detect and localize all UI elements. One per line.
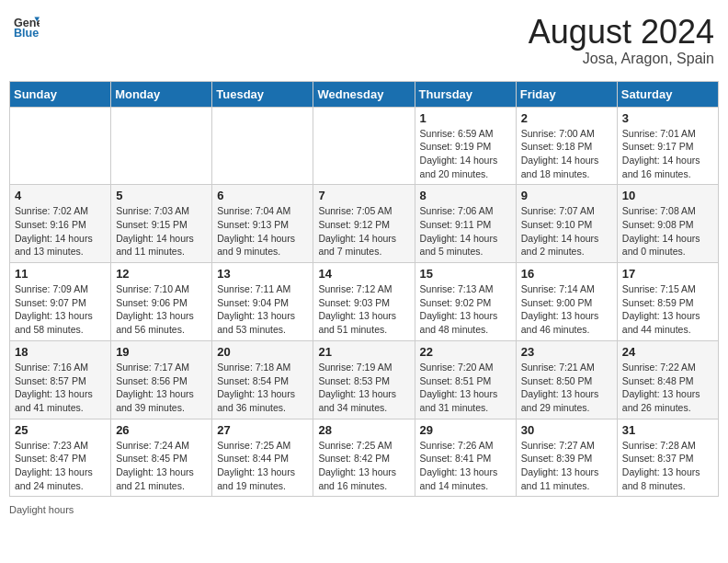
- calendar-week-row: 11Sunrise: 7:09 AMSunset: 9:07 PMDayligh…: [10, 263, 719, 341]
- calendar-day-cell: 20Sunrise: 7:18 AMSunset: 8:54 PMDayligh…: [212, 340, 313, 419]
- calendar-day-cell: 26Sunrise: 7:24 AMSunset: 8:45 PMDayligh…: [111, 419, 212, 497]
- calendar-day-cell: 19Sunrise: 7:17 AMSunset: 8:56 PMDayligh…: [111, 340, 212, 419]
- calendar-day-cell: 21Sunrise: 7:19 AMSunset: 8:53 PMDayligh…: [313, 340, 415, 419]
- calendar-day-cell: 12Sunrise: 7:10 AMSunset: 9:06 PMDayligh…: [111, 263, 212, 341]
- day-number: 4: [15, 189, 106, 202]
- day-info: Sunrise: 7:07 AMSunset: 9:10 PMDaylight:…: [521, 204, 612, 259]
- day-number: 7: [318, 189, 409, 202]
- day-info: Sunrise: 7:08 AMSunset: 9:08 PMDaylight:…: [622, 204, 713, 259]
- day-info: Sunrise: 7:14 AMSunset: 9:00 PMDaylight:…: [521, 282, 612, 337]
- day-info: Sunrise: 7:02 AMSunset: 9:16 PMDaylight:…: [15, 204, 106, 259]
- title-block: August 2024 Josa, Aragon, Spain: [529, 14, 714, 67]
- calendar-day-cell: 22Sunrise: 7:20 AMSunset: 8:51 PMDayligh…: [415, 340, 516, 419]
- day-info: Sunrise: 7:12 AMSunset: 9:03 PMDaylight:…: [318, 282, 409, 337]
- day-info: Sunrise: 7:13 AMSunset: 9:02 PMDaylight:…: [420, 282, 511, 337]
- day-info: Sunrise: 7:16 AMSunset: 8:57 PMDaylight:…: [15, 361, 106, 415]
- location: Josa, Aragon, Spain: [529, 51, 714, 67]
- calendar-day-cell: 17Sunrise: 7:15 AMSunset: 8:59 PMDayligh…: [617, 263, 718, 341]
- day-info: Sunrise: 6:59 AMSunset: 9:19 PMDaylight:…: [420, 127, 511, 181]
- calendar-header-cell: Thursday: [415, 81, 516, 107]
- day-number: 8: [420, 189, 511, 202]
- calendar-header-cell: Wednesday: [313, 81, 415, 107]
- day-number: 1: [420, 111, 511, 125]
- day-info: Sunrise: 7:10 AMSunset: 9:06 PMDaylight:…: [116, 282, 207, 337]
- day-number: 12: [116, 267, 207, 281]
- day-info: Sunrise: 7:04 AMSunset: 9:13 PMDaylight:…: [217, 204, 308, 259]
- calendar-day-cell: 11Sunrise: 7:09 AMSunset: 9:07 PMDayligh…: [10, 263, 111, 341]
- day-info: Sunrise: 7:24 AMSunset: 8:45 PMDaylight:…: [116, 439, 207, 493]
- day-number: 25: [15, 423, 106, 437]
- day-info: Sunrise: 7:23 AMSunset: 8:47 PMDaylight:…: [15, 439, 106, 493]
- day-info: Sunrise: 7:17 AMSunset: 8:56 PMDaylight:…: [116, 361, 207, 415]
- day-info: Sunrise: 7:25 AMSunset: 8:42 PMDaylight:…: [318, 439, 409, 493]
- calendar-header-row: SundayMondayTuesdayWednesdayThursdayFrid…: [10, 81, 719, 107]
- day-number: 3: [622, 111, 713, 125]
- day-info: Sunrise: 7:21 AMSunset: 8:50 PMDaylight:…: [521, 361, 612, 415]
- day-number: 20: [217, 345, 308, 359]
- calendar-week-row: 1Sunrise: 6:59 AMSunset: 9:19 PMDaylight…: [10, 107, 719, 185]
- day-number: 2: [521, 111, 612, 125]
- day-info: Sunrise: 7:28 AMSunset: 8:37 PMDaylight:…: [622, 439, 713, 493]
- calendar-header-cell: Saturday: [617, 81, 718, 107]
- day-number: 5: [116, 189, 207, 202]
- calendar-day-cell: 7Sunrise: 7:05 AMSunset: 9:12 PMDaylight…: [313, 185, 415, 263]
- day-number: 26: [116, 423, 207, 437]
- calendar-day-cell: 5Sunrise: 7:03 AMSunset: 9:15 PMDaylight…: [111, 185, 212, 263]
- calendar-week-row: 25Sunrise: 7:23 AMSunset: 8:47 PMDayligh…: [10, 419, 719, 497]
- day-number: 9: [521, 189, 612, 202]
- month-year: August 2024: [529, 14, 714, 51]
- calendar-day-cell: 27Sunrise: 7:25 AMSunset: 8:44 PMDayligh…: [212, 419, 313, 497]
- day-number: 17: [622, 267, 713, 281]
- calendar-header-cell: Sunday: [10, 81, 111, 107]
- daylight-label: Daylight hours: [9, 504, 74, 515]
- day-number: 16: [521, 267, 612, 281]
- day-number: 10: [622, 189, 713, 202]
- calendar-day-cell: 30Sunrise: 7:27 AMSunset: 8:39 PMDayligh…: [516, 419, 617, 497]
- day-info: Sunrise: 7:25 AMSunset: 8:44 PMDaylight:…: [217, 439, 308, 493]
- calendar-day-cell: 13Sunrise: 7:11 AMSunset: 9:04 PMDayligh…: [212, 263, 313, 341]
- day-number: 29: [420, 423, 511, 437]
- day-number: 30: [521, 423, 612, 437]
- calendar-header-cell: Friday: [516, 81, 617, 107]
- day-number: 21: [318, 345, 409, 359]
- footer: Daylight hours: [9, 504, 719, 515]
- day-number: 15: [420, 267, 511, 281]
- footer-daylight: Daylight hours: [9, 504, 74, 515]
- day-info: Sunrise: 7:19 AMSunset: 8:53 PMDaylight:…: [318, 361, 409, 415]
- day-number: 11: [15, 267, 106, 281]
- calendar-week-row: 4Sunrise: 7:02 AMSunset: 9:16 PMDaylight…: [10, 185, 719, 263]
- day-number: 18: [15, 345, 106, 359]
- calendar-table: SundayMondayTuesdayWednesdayThursdayFrid…: [9, 81, 719, 498]
- calendar-day-cell: 3Sunrise: 7:01 AMSunset: 9:17 PMDaylight…: [617, 107, 718, 185]
- calendar-day-cell: 1Sunrise: 6:59 AMSunset: 9:19 PMDaylight…: [415, 107, 516, 185]
- calendar-day-cell: [10, 107, 111, 185]
- calendar-day-cell: [313, 107, 415, 185]
- day-info: Sunrise: 7:01 AMSunset: 9:17 PMDaylight:…: [622, 127, 713, 181]
- calendar-day-cell: [111, 107, 212, 185]
- day-info: Sunrise: 7:22 AMSunset: 8:48 PMDaylight:…: [622, 361, 713, 415]
- calendar-header-cell: Monday: [111, 81, 212, 107]
- day-number: 14: [318, 267, 409, 281]
- day-info: Sunrise: 7:09 AMSunset: 9:07 PMDaylight:…: [15, 282, 106, 337]
- svg-text:Blue: Blue: [14, 27, 39, 40]
- calendar-day-cell: 18Sunrise: 7:16 AMSunset: 8:57 PMDayligh…: [10, 340, 111, 419]
- day-info: Sunrise: 7:03 AMSunset: 9:15 PMDaylight:…: [116, 204, 207, 259]
- day-number: 28: [318, 423, 409, 437]
- day-info: Sunrise: 7:05 AMSunset: 9:12 PMDaylight:…: [318, 204, 409, 259]
- day-info: Sunrise: 7:06 AMSunset: 9:11 PMDaylight:…: [420, 204, 511, 259]
- calendar-header-cell: Tuesday: [212, 81, 313, 107]
- day-number: 27: [217, 423, 308, 437]
- day-info: Sunrise: 7:18 AMSunset: 8:54 PMDaylight:…: [217, 361, 308, 415]
- calendar-day-cell: 14Sunrise: 7:12 AMSunset: 9:03 PMDayligh…: [313, 263, 415, 341]
- calendar-day-cell: 16Sunrise: 7:14 AMSunset: 9:00 PMDayligh…: [516, 263, 617, 341]
- calendar-day-cell: 15Sunrise: 7:13 AMSunset: 9:02 PMDayligh…: [415, 263, 516, 341]
- day-info: Sunrise: 7:26 AMSunset: 8:41 PMDaylight:…: [420, 439, 511, 493]
- calendar-day-cell: 23Sunrise: 7:21 AMSunset: 8:50 PMDayligh…: [516, 340, 617, 419]
- header: General Blue August 2024 Josa, Aragon, S…: [9, 9, 719, 72]
- calendar-day-cell: [212, 107, 313, 185]
- calendar-day-cell: 9Sunrise: 7:07 AMSunset: 9:10 PMDaylight…: [516, 185, 617, 263]
- day-number: 13: [217, 267, 308, 281]
- day-number: 31: [622, 423, 713, 437]
- day-info: Sunrise: 7:20 AMSunset: 8:51 PMDaylight:…: [420, 361, 511, 415]
- calendar-day-cell: 29Sunrise: 7:26 AMSunset: 8:41 PMDayligh…: [415, 419, 516, 497]
